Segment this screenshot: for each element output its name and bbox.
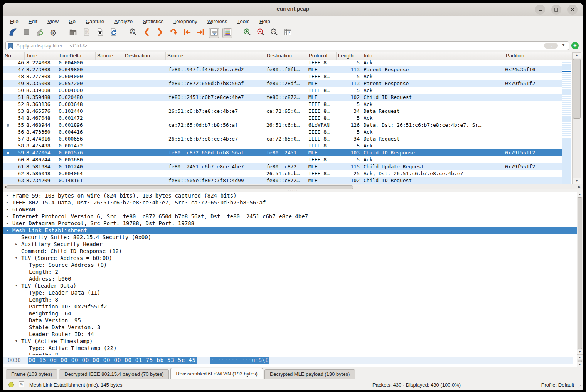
byte-view-tab[interactable]: Decrypted IEEE 802.15.4 payload (70 byte… (59, 369, 169, 379)
packet-row-51[interactable]: 518.3594880.020480fe80::2451:c6b7:e8ce:4… (3, 94, 562, 101)
column-header-partition-10[interactable]: Partition (504, 52, 559, 60)
detail-row[interactable]: Command: Child ID Response (12) (3, 248, 577, 255)
expander-closed-icon[interactable]: ▸ (6, 221, 12, 226)
scroll-right-arrow[interactable]: ▶ (578, 185, 581, 189)
go-first-packet-button[interactable] (182, 28, 192, 38)
detail-row[interactable]: Security Suite: 802.15.4 Security (0x00) (3, 234, 577, 241)
scroll-up-arrow[interactable]: ▲ (577, 355, 583, 359)
scroll-down-arrow[interactable]: ▼ (573, 178, 581, 184)
menu-telephony[interactable]: Telephony (173, 18, 197, 24)
packet-row-63[interactable]: 638.7342090.148161fe80::505e:f807:7f81:4… (3, 177, 562, 184)
detail-row[interactable]: Type: Source Address (0) (3, 262, 577, 269)
menu-capture[interactable]: Capture (86, 18, 104, 24)
byte-view-tab[interactable]: Decrypted MLE payload (130 bytes) (264, 369, 355, 379)
column-header-no-0[interactable]: No. (3, 52, 25, 60)
column-header-info-9[interactable]: Info (362, 52, 504, 60)
packet-row-55[interactable]: 558.4689440.001896ca:72:65:0d:b7:b8:56:a… (3, 122, 562, 129)
packet-row-54[interactable]: 548.4670480.001472IEEE 8…5Ack (3, 115, 562, 122)
packet-row-46[interactable]: 468.2240080.004000IEEE 8…5Ack (3, 60, 562, 66)
scroll-up-arrow[interactable]: ▲ (573, 53, 581, 58)
expander-open-icon[interactable]: ▾ (6, 228, 12, 233)
column-header-time-1[interactable]: Time (25, 52, 57, 60)
menu-view[interactable]: View (47, 18, 59, 24)
packet-row-62[interactable]: 628.5860480.00406426:51:c6:b…IEEE 8…25Ac… (3, 170, 562, 177)
hex-row[interactable]: 0030 00 15 0d 00 00 00 00 00 00 00 01 75… (3, 357, 573, 364)
column-header-protocol-7[interactable]: Protocol (307, 52, 337, 60)
detail-row[interactable]: Type: Leader Data (11) (3, 290, 577, 297)
scroll-thumb[interactable] (573, 59, 581, 119)
menu-statistics[interactable]: Statistics (143, 18, 163, 24)
zoom-original-button[interactable]: 1:1 (269, 28, 279, 38)
scroll-thumb[interactable] (578, 360, 582, 362)
packet-row-50[interactable]: 508.3390080.004000IEEE 8…5Ack (3, 87, 562, 94)
start-capture-button[interactable] (8, 28, 18, 38)
go-last-packet-button[interactable] (195, 28, 205, 38)
add-filter-button[interactable]: + (571, 42, 579, 49)
detail-row[interactable]: ▾TLV (Active Timestamp) (3, 338, 577, 345)
column-header-source-3[interactable]: Source (96, 52, 123, 60)
stop-capture-button[interactable] (21, 28, 31, 38)
go-back-button[interactable] (141, 28, 152, 38)
packet-row-52[interactable]: 528.3631360.003648IEEE 8…5Ack (3, 101, 562, 108)
detail-row[interactable]: Data Version: 95 (3, 317, 577, 324)
capture-comment-icon[interactable]: ✎ (19, 381, 24, 387)
scroll-thumb[interactable] (578, 197, 582, 349)
hscroll-thumb[interactable] (6, 185, 353, 189)
detail-row[interactable]: ▸User Datagram Protocol, Src Port: 19788… (3, 220, 577, 227)
capture-options-button[interactable]: ⚙ (48, 28, 58, 38)
detail-row[interactable]: Stable Data Version: 3 (3, 324, 577, 331)
packet-row-58[interactable]: 588.4754880.001472IEEE 8…5Ack (3, 142, 562, 149)
detail-row[interactable]: ▾TLV (Leader Data) (3, 283, 577, 290)
packet-row-47[interactable]: 478.2738080.049800fe80::947f:f476:22bc:c… (3, 66, 562, 73)
bookmark-icon[interactable] (8, 43, 13, 51)
expander-open-icon[interactable]: ▾ (15, 283, 20, 288)
details-vscrollbar[interactable]: ▲ ▼ (577, 192, 583, 355)
close-file-button[interactable] (95, 28, 105, 38)
menu-tools[interactable]: Tools (237, 18, 250, 24)
titlebar[interactable]: current.pcap (3, 3, 583, 16)
detail-row[interactable]: ▸IEEE 802.15.4 Data, Dst: 26:51:c6:b7:e8… (3, 199, 577, 206)
packet-row-48[interactable]: 488.2778080.004000IEEE 8…5Ack (3, 73, 562, 80)
colorize-packets-button[interactable] (222, 28, 232, 38)
detail-row[interactable]: ▾Mesh Link Establishment (3, 227, 577, 234)
close-button[interactable] (567, 5, 578, 15)
minimize-button[interactable] (535, 5, 545, 15)
detail-row[interactable]: Length: 2 (3, 269, 577, 276)
byte-view-tab[interactable]: Frame (103 bytes) (6, 369, 57, 379)
resize-columns-button[interactable] (283, 28, 293, 38)
packet-list-vscrollbar[interactable]: ▲ ▼ (572, 52, 581, 184)
packet-row-57[interactable]: 578.4740160.00065626:51:c6:b7:e8:ce:4b:e… (3, 136, 562, 142)
expert-info-icon[interactable] (8, 382, 14, 387)
menu-help[interactable]: Help (259, 18, 270, 24)
detail-row[interactable]: ▾TLV (Source Address = b0:00) (3, 255, 577, 262)
resize-grip[interactable]: ⋰ (578, 385, 581, 389)
menu-analyze[interactable]: Analyze (114, 18, 133, 24)
filter-dropdown-caret[interactable]: ▼ (561, 42, 566, 47)
column-header-length-8[interactable]: Length (337, 52, 362, 60)
detail-row[interactable]: Type: Active Timestamp (22) (3, 345, 577, 352)
detail-row[interactable]: Leader Router ID: 44 (3, 331, 577, 338)
auto-scroll-button[interactable] (209, 28, 219, 38)
menu-edit[interactable]: Edit (29, 18, 37, 24)
column-header-destination-6[interactable]: Destination (265, 52, 307, 60)
byte-view-tab[interactable]: Reassembled 6LoWPAN (193 bytes) (170, 368, 263, 379)
detail-row[interactable]: ▸6LoWPAN (3, 206, 577, 213)
scroll-down-arrow[interactable]: ▼ (577, 362, 583, 367)
hex-ascii-selected[interactable]: ········ ···u·S\E (210, 357, 269, 364)
reload-file-button[interactable] (108, 28, 118, 38)
expander-closed-icon[interactable]: ▸ (6, 214, 12, 219)
detail-row[interactable]: ▸Auxiliary Security Header (3, 241, 577, 248)
apply-filter-button[interactable]: → (544, 43, 558, 49)
scroll-down-arrow[interactable]: ▼ (577, 350, 583, 354)
detail-row[interactable]: Length: 8 (3, 352, 577, 355)
save-file-button[interactable]: 01010110 (81, 28, 91, 38)
expander-open-icon[interactable]: ▾ (15, 338, 20, 343)
hex-bytes-selected[interactable]: 00 15 0d 00 00 00 00 00 00 00 01 75 bb 5… (28, 357, 197, 364)
find-packet-button[interactable]: A (128, 28, 138, 38)
packet-row-56[interactable]: 568.4733600.004416IEEE 8…5Ack (3, 129, 562, 136)
detail-row[interactable]: ▸Frame 59: 103 bytes on wire (824 bits),… (3, 193, 577, 199)
column-header-source-5[interactable]: Source (166, 52, 265, 60)
zoom-in-button[interactable] (242, 28, 252, 38)
detail-row[interactable]: Weighting: 64 (3, 310, 577, 317)
detail-row[interactable]: Length: 8 (3, 297, 577, 303)
